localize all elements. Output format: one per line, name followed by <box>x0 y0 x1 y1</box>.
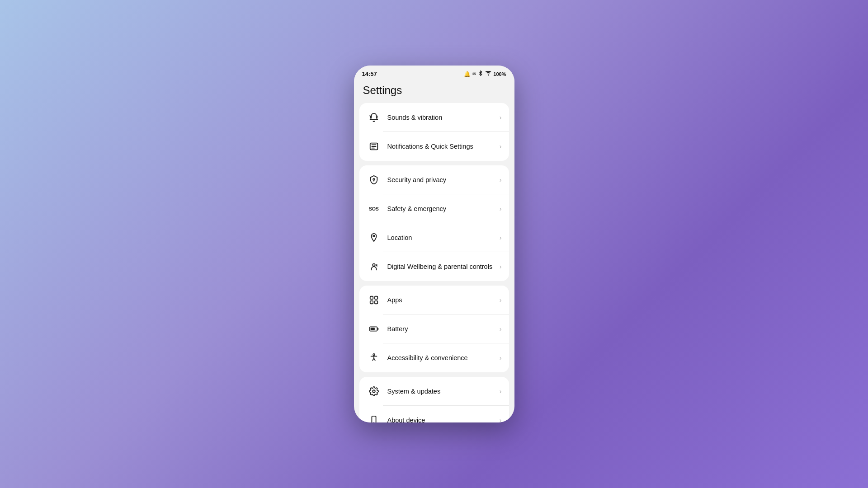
phone-device-icon <box>367 413 381 422</box>
battery-percent: 100% <box>493 71 506 77</box>
apps-label: Apps <box>387 296 496 305</box>
safety-label: Safety & emergency <box>387 205 496 213</box>
sos-icon: SOS <box>367 202 381 216</box>
system-updates-label: System & updates <box>387 387 496 396</box>
digital-wellbeing-label: Digital Wellbeing & parental controls <box>387 263 496 271</box>
settings-item-sounds-vibration[interactable]: Sounds & vibration › <box>359 103 509 132</box>
phone-frame: 14:57 🔔 ✉ 100% Settings <box>354 66 514 422</box>
svg-rect-18 <box>372 416 376 422</box>
settings-item-about[interactable]: About device › <box>359 406 509 422</box>
apps-grid-icon <box>367 293 381 307</box>
notification-icon: 🔔 <box>464 71 471 77</box>
chevron-safety: › <box>500 205 502 212</box>
chevron-notifications: › <box>500 143 502 150</box>
settings-gear-icon <box>367 384 381 399</box>
settings-item-apps[interactable]: Apps › <box>359 286 509 314</box>
chevron-security: › <box>500 176 502 183</box>
shield-lock-icon <box>367 173 381 187</box>
notifications-label: Notifications & Quick Settings <box>387 142 496 151</box>
svg-point-16 <box>373 354 375 356</box>
accessibility-icon <box>367 351 381 365</box>
svg-point-0 <box>488 75 489 76</box>
svg-rect-11 <box>374 296 377 299</box>
wifi-icon <box>485 70 491 78</box>
chevron-location: › <box>500 234 502 241</box>
card-audio: Sounds & vibration › Notifications & Qui… <box>359 103 509 161</box>
status-bar: 14:57 🔔 ✉ 100% <box>354 66 514 80</box>
status-time: 14:57 <box>362 70 377 77</box>
notifications-panel-icon <box>367 139 381 154</box>
digital-wellbeing-icon <box>367 259 381 274</box>
card-system: System & updates › About device › <box>359 377 509 422</box>
battery-icon <box>367 322 381 336</box>
chevron-accessibility: › <box>500 354 502 361</box>
bell-vibrate-icon <box>367 110 381 125</box>
svg-point-17 <box>373 390 375 393</box>
svg-point-9 <box>376 264 377 266</box>
chevron-battery: › <box>500 325 502 333</box>
location-pin-icon <box>367 230 381 245</box>
settings-item-security[interactable]: Security and privacy › <box>359 165 509 194</box>
settings-item-battery[interactable]: Battery › <box>359 314 509 343</box>
location-label: Location <box>387 234 496 242</box>
settings-item-notifications[interactable]: Notifications & Quick Settings › <box>359 132 509 161</box>
settings-item-digital-wellbeing[interactable]: Digital Wellbeing & parental controls › <box>359 252 509 281</box>
settings-item-safety[interactable]: SOS Safety & emergency › <box>359 194 509 223</box>
bluetooth-icon <box>478 70 483 77</box>
svg-rect-10 <box>370 296 373 299</box>
page-title: Settings <box>354 80 514 103</box>
security-label: Security and privacy <box>387 176 496 184</box>
card-security: Security and privacy › SOS Safety & emer… <box>359 165 509 281</box>
svg-rect-13 <box>374 301 377 304</box>
chevron-digital: › <box>500 263 502 270</box>
settings-item-location[interactable]: Location › <box>359 223 509 252</box>
battery-label: Battery <box>387 325 496 333</box>
settings-item-system[interactable]: System & updates › <box>359 377 509 406</box>
card-apps: Apps › Battery › <box>359 286 509 372</box>
chevron-apps: › <box>500 296 502 304</box>
svg-point-8 <box>373 264 375 267</box>
settings-item-accessibility[interactable]: Accessibility & convenience › <box>359 343 509 372</box>
sounds-vibration-label: Sounds & vibration <box>387 113 496 122</box>
about-device-label: About device <box>387 416 496 422</box>
chevron-sounds: › <box>500 114 502 121</box>
accessibility-label: Accessibility & convenience <box>387 354 496 362</box>
status-icons: 🔔 ✉ 100% <box>464 70 506 78</box>
svg-point-7 <box>373 235 375 237</box>
svg-rect-12 <box>370 301 373 304</box>
mail-icon: ✉ <box>472 71 476 76</box>
svg-rect-15 <box>370 328 374 330</box>
chevron-system: › <box>500 388 502 395</box>
settings-scroll[interactable]: Sounds & vibration › Notifications & Qui… <box>354 103 514 422</box>
chevron-about: › <box>500 417 502 422</box>
